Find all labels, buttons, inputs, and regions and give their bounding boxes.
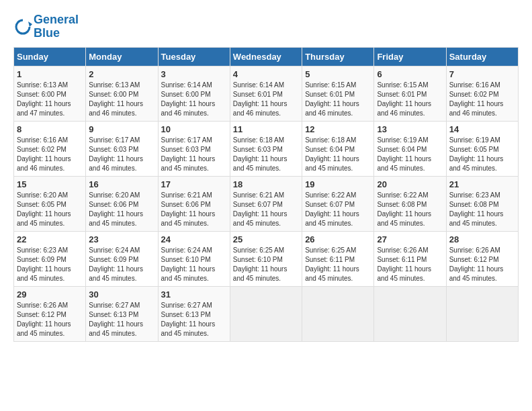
header-tuesday: Tuesday [158,47,230,66]
day-info: Sunrise: 6:18 AM Sunset: 6:03 PM Dayligh… [233,136,299,173]
calendar-cell: 11Sunrise: 6:18 AM Sunset: 6:03 PM Dayli… [230,121,302,176]
week-row-4: 22Sunrise: 6:23 AM Sunset: 6:09 PM Dayli… [14,231,519,286]
calendar-cell: 28Sunrise: 6:26 AM Sunset: 6:12 PM Dayli… [446,231,518,286]
logo-icon [13,17,32,36]
day-number: 21 [449,179,515,189]
day-info: Sunrise: 6:21 AM Sunset: 6:06 PM Dayligh… [161,191,227,228]
calendar-cell: 24Sunrise: 6:24 AM Sunset: 6:10 PM Dayli… [158,231,230,286]
header-thursday: Thursday [302,47,374,66]
day-number: 28 [449,234,515,244]
calendar-cell: 4Sunrise: 6:14 AM Sunset: 6:01 PM Daylig… [230,66,302,121]
day-number: 26 [305,234,371,244]
calendar-cell: 5Sunrise: 6:15 AM Sunset: 6:01 PM Daylig… [302,66,374,121]
header-wednesday: Wednesday [230,47,302,66]
day-number: 29 [17,289,83,300]
calendar-cell: 10Sunrise: 6:17 AM Sunset: 6:03 PM Dayli… [158,121,230,176]
calendar-cell: 3Sunrise: 6:14 AM Sunset: 6:00 PM Daylig… [158,66,230,121]
day-number: 31 [161,289,227,300]
calendar-cell: 20Sunrise: 6:22 AM Sunset: 6:08 PM Dayli… [374,176,446,231]
calendar-body: 1Sunrise: 6:13 AM Sunset: 6:00 PM Daylig… [14,66,519,341]
day-info: Sunrise: 6:19 AM Sunset: 6:05 PM Dayligh… [449,136,515,173]
day-number: 19 [305,179,371,189]
day-info: Sunrise: 6:13 AM Sunset: 6:00 PM Dayligh… [17,81,83,118]
header-friday: Friday [374,47,446,66]
day-info: Sunrise: 6:14 AM Sunset: 6:01 PM Dayligh… [233,81,299,118]
calendar-cell: 22Sunrise: 6:23 AM Sunset: 6:09 PM Dayli… [14,231,86,286]
calendar-cell: 19Sunrise: 6:22 AM Sunset: 6:07 PM Dayli… [302,176,374,231]
day-number: 23 [89,234,154,244]
calendar-cell: 29Sunrise: 6:26 AM Sunset: 6:12 PM Dayli… [14,286,86,341]
day-number: 12 [305,124,371,134]
day-info: Sunrise: 6:22 AM Sunset: 6:07 PM Dayligh… [305,191,371,228]
day-number: 6 [377,69,443,79]
week-row-5: 29Sunrise: 6:26 AM Sunset: 6:12 PM Dayli… [14,286,519,341]
calendar-cell: 18Sunrise: 6:21 AM Sunset: 6:07 PM Dayli… [230,176,302,231]
day-number: 11 [233,124,299,134]
day-number: 3 [161,69,227,79]
calendar-cell: 14Sunrise: 6:19 AM Sunset: 6:05 PM Dayli… [446,121,518,176]
calendar-cell: 21Sunrise: 6:23 AM Sunset: 6:08 PM Dayli… [446,176,518,231]
calendar-header-row: SundayMondayTuesdayWednesdayThursdayFrid… [14,47,519,66]
day-info: Sunrise: 6:13 AM Sunset: 6:00 PM Dayligh… [89,81,154,118]
day-number: 5 [305,69,371,79]
day-number: 27 [377,234,443,244]
header-saturday: Saturday [446,47,518,66]
day-number: 4 [233,69,299,79]
calendar-cell: 15Sunrise: 6:20 AM Sunset: 6:05 PM Dayli… [14,176,86,231]
day-info: Sunrise: 6:23 AM Sunset: 6:09 PM Dayligh… [17,246,83,283]
day-number: 15 [17,179,83,189]
day-number: 8 [17,124,83,134]
day-number: 16 [89,179,154,189]
day-info: Sunrise: 6:18 AM Sunset: 6:04 PM Dayligh… [305,136,371,173]
calendar-cell [446,286,518,341]
day-number: 20 [377,179,443,189]
day-info: Sunrise: 6:15 AM Sunset: 6:01 PM Dayligh… [377,81,443,118]
day-info: Sunrise: 6:20 AM Sunset: 6:06 PM Dayligh… [89,191,154,228]
calendar-table: SundayMondayTuesdayWednesdayThursdayFrid… [13,47,519,342]
day-info: Sunrise: 6:16 AM Sunset: 6:02 PM Dayligh… [449,81,515,118]
day-info: Sunrise: 6:17 AM Sunset: 6:03 PM Dayligh… [161,136,227,173]
calendar-cell: 27Sunrise: 6:26 AM Sunset: 6:11 PM Dayli… [374,231,446,286]
day-number: 14 [449,124,515,134]
logo-text: General Blue [34,13,79,40]
header-monday: Monday [86,47,158,66]
day-info: Sunrise: 6:21 AM Sunset: 6:07 PM Dayligh… [233,191,299,228]
header-sunday: Sunday [14,47,86,66]
day-info: Sunrise: 6:19 AM Sunset: 6:04 PM Dayligh… [377,136,443,173]
calendar-cell: 7Sunrise: 6:16 AM Sunset: 6:02 PM Daylig… [446,66,518,121]
calendar-cell: 2Sunrise: 6:13 AM Sunset: 6:00 PM Daylig… [86,66,158,121]
day-info: Sunrise: 6:23 AM Sunset: 6:08 PM Dayligh… [449,191,515,228]
day-info: Sunrise: 6:17 AM Sunset: 6:03 PM Dayligh… [89,136,154,173]
day-info: Sunrise: 6:24 AM Sunset: 6:09 PM Dayligh… [89,246,154,283]
logo: General Blue [13,13,79,40]
calendar-cell: 17Sunrise: 6:21 AM Sunset: 6:06 PM Dayli… [158,176,230,231]
calendar-cell: 1Sunrise: 6:13 AM Sunset: 6:00 PM Daylig… [14,66,86,121]
calendar-cell [374,286,446,341]
day-info: Sunrise: 6:16 AM Sunset: 6:02 PM Dayligh… [17,136,83,173]
day-number: 17 [161,179,227,189]
day-number: 2 [89,69,154,79]
day-info: Sunrise: 6:22 AM Sunset: 6:08 PM Dayligh… [377,191,443,228]
calendar-cell: 12Sunrise: 6:18 AM Sunset: 6:04 PM Dayli… [302,121,374,176]
calendar-cell [302,286,374,341]
day-info: Sunrise: 6:24 AM Sunset: 6:10 PM Dayligh… [161,246,227,283]
day-number: 25 [233,234,299,244]
day-number: 13 [377,124,443,134]
day-number: 24 [161,234,227,244]
day-info: Sunrise: 6:15 AM Sunset: 6:01 PM Dayligh… [305,81,371,118]
day-info: Sunrise: 6:25 AM Sunset: 6:10 PM Dayligh… [233,246,299,283]
week-row-3: 15Sunrise: 6:20 AM Sunset: 6:05 PM Dayli… [14,176,519,231]
day-info: Sunrise: 6:26 AM Sunset: 6:11 PM Dayligh… [377,246,443,283]
calendar-cell: 25Sunrise: 6:25 AM Sunset: 6:10 PM Dayli… [230,231,302,286]
calendar-cell: 23Sunrise: 6:24 AM Sunset: 6:09 PM Dayli… [86,231,158,286]
calendar-cell [230,286,302,341]
day-info: Sunrise: 6:26 AM Sunset: 6:12 PM Dayligh… [449,246,515,283]
calendar-cell: 31Sunrise: 6:27 AM Sunset: 6:13 PM Dayli… [158,286,230,341]
calendar-cell: 16Sunrise: 6:20 AM Sunset: 6:06 PM Dayli… [86,176,158,231]
day-number: 10 [161,124,227,134]
day-number: 30 [89,289,154,300]
calendar-cell: 8Sunrise: 6:16 AM Sunset: 6:02 PM Daylig… [14,121,86,176]
page-header: General Blue [13,13,519,40]
day-number: 22 [17,234,83,244]
calendar-cell: 13Sunrise: 6:19 AM Sunset: 6:04 PM Dayli… [374,121,446,176]
